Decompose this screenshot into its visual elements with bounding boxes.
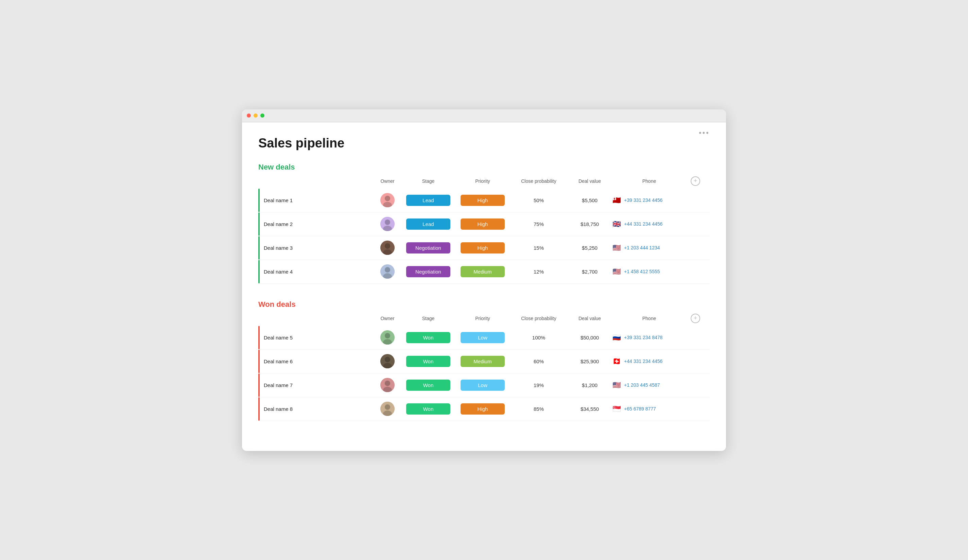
avatar — [380, 354, 394, 368]
deal-name: Deal name 3 — [258, 245, 374, 251]
deal-value-cell: $2,700 — [568, 269, 612, 275]
stage-badge: Won — [406, 332, 450, 343]
close-probability-cell: 19% — [510, 382, 568, 388]
phone-number[interactable]: +1 203 444 1234 — [624, 245, 660, 250]
stage-badge: Won — [406, 356, 450, 367]
col-header-phone: Phone — [612, 178, 686, 184]
close-probability-cell: 85% — [510, 406, 568, 412]
priority-cell: High — [456, 403, 510, 414]
deal-value-cell: $18,750 — [568, 221, 612, 227]
priority-badge: High — [461, 403, 505, 414]
deal-name: Deal name 5 — [258, 335, 374, 340]
col-header-close-prob: Close probability — [510, 178, 568, 184]
priority-badge: Medium — [461, 356, 505, 367]
phone-number[interactable]: +1 203 445 4587 — [624, 382, 660, 388]
phone-number[interactable]: +65 6789 8777 — [624, 406, 656, 411]
won-deals-column-headers: Owner Stage Priority Close probability D… — [258, 314, 710, 326]
priority-cell: High — [456, 195, 510, 206]
stage-badge: Won — [406, 403, 450, 414]
add-new-deal-button[interactable]: + — [691, 176, 700, 186]
table-row[interactable]: Deal name 1 Lead High 50% $5,500 🇹� — [258, 189, 710, 212]
priority-cell: High — [456, 242, 510, 253]
stage-cell: Won — [401, 332, 456, 343]
table-row[interactable]: Deal name 5 Won Low 100% $50,000 🇷� — [258, 326, 710, 350]
deal-value-cell: $5,500 — [568, 197, 612, 203]
stage-cell: Negotiation — [401, 266, 456, 277]
phone-cell[interactable]: 🇹🇴 +39 331 234 4456 — [612, 197, 686, 204]
country-flag: 🇺🇸 — [612, 382, 621, 388]
phone-cell[interactable]: 🇷🇺 +39 331 234 8478 — [612, 334, 686, 341]
add-won-deal-button[interactable]: + — [691, 314, 700, 323]
avatar — [380, 264, 394, 278]
more-options-button[interactable]: ••• — [699, 128, 710, 137]
won-col-header-close-prob: Close probability — [510, 316, 568, 321]
owner-cell — [374, 378, 401, 392]
svg-point-22 — [385, 404, 390, 410]
new-deals-header: New deals — [258, 163, 710, 172]
main-content: Sales pipeline ••• New deals Owner Stage… — [242, 122, 726, 451]
svg-point-10 — [385, 267, 390, 273]
stage-badge: Negotiation — [406, 242, 450, 253]
table-row[interactable]: Deal name 3 Negotiation High 15% $5,250 — [258, 236, 710, 260]
phone-number[interactable]: +1 458 412 5555 — [624, 269, 660, 274]
stage-badge: Won — [406, 379, 450, 391]
phone-number[interactable]: +39 331 234 4456 — [624, 197, 663, 203]
phone-number[interactable]: +44 331 234 4456 — [624, 221, 663, 227]
avatar — [380, 378, 394, 392]
phone-cell[interactable]: 🇺🇸 +1 203 444 1234 — [612, 244, 686, 251]
owner-cell — [374, 240, 401, 255]
stage-cell: Won — [401, 403, 456, 414]
phone-cell[interactable]: 🇬🇧 +44 331 234 4456 — [612, 220, 686, 227]
country-flag: 🇺🇸 — [612, 268, 621, 275]
phone-number[interactable]: +39 331 234 8478 — [624, 335, 663, 340]
country-flag: 🇸🇬 — [612, 405, 621, 412]
table-row[interactable]: Deal name 2 Lead High 75% $18,750 🇬 — [258, 212, 710, 236]
phone-cell[interactable]: 🇺🇸 +1 458 412 5555 — [612, 268, 686, 275]
deal-name: Deal name 8 — [258, 406, 374, 412]
deal-value-cell: $25,900 — [568, 358, 612, 364]
close-probability-cell: 12% — [510, 269, 568, 275]
country-flag: 🇬🇧 — [612, 220, 621, 227]
deal-name: Deal name 7 — [258, 382, 374, 388]
new-deals-table: Deal name 1 Lead High 50% $5,500 🇹� — [258, 189, 710, 284]
deal-name: Deal name 2 — [258, 221, 374, 227]
phone-cell[interactable]: 🇸🇬 +65 6789 8777 — [612, 405, 686, 412]
priority-cell: Low — [456, 379, 510, 391]
priority-cell: High — [456, 219, 510, 230]
minimize-button[interactable] — [254, 113, 258, 118]
new-deals-column-headers: Owner Stage Priority Close probability D… — [258, 176, 710, 189]
close-button[interactable] — [247, 113, 251, 118]
close-probability-cell: 50% — [510, 197, 568, 203]
stage-badge: Lead — [406, 219, 450, 230]
phone-cell[interactable]: 🇨🇭 +44 331 234 4456 — [612, 358, 686, 364]
app-window: Sales pipeline ••• New deals Owner Stage… — [242, 109, 726, 451]
avatar — [380, 193, 394, 207]
table-row[interactable]: Deal name 8 Won High 85% $34,550 🇸� — [258, 397, 710, 421]
won-col-header-deal-value: Deal value — [568, 316, 612, 321]
deal-value-cell: $5,250 — [568, 245, 612, 251]
svg-point-7 — [385, 243, 390, 249]
won-col-header-stage: Stage — [401, 316, 456, 321]
table-row[interactable]: Deal name 7 Won Low 19% $1,200 🇺🇸 — [258, 373, 710, 397]
deal-value-cell: $50,000 — [568, 335, 612, 340]
phone-number[interactable]: +44 331 234 4456 — [624, 358, 663, 364]
won-deals-table: Deal name 5 Won Low 100% $50,000 🇷� — [258, 326, 710, 421]
owner-cell — [374, 354, 401, 368]
col-header-deal-value: Deal value — [568, 178, 612, 184]
owner-cell — [374, 193, 401, 207]
table-row[interactable]: Deal name 6 Won Medium 60% $25,900 � — [258, 350, 710, 373]
phone-cell[interactable]: 🇺🇸 +1 203 445 4587 — [612, 382, 686, 388]
maximize-button[interactable] — [260, 113, 264, 118]
priority-cell: Medium — [456, 266, 510, 277]
country-flag: 🇷🇺 — [612, 334, 621, 341]
owner-cell — [374, 217, 401, 231]
deal-value-cell: $1,200 — [568, 382, 612, 388]
won-col-header-add: + — [686, 314, 700, 323]
country-flag: 🇹🇴 — [612, 197, 621, 204]
close-probability-cell: 100% — [510, 335, 568, 340]
avatar — [380, 217, 394, 231]
won-col-header-phone: Phone — [612, 316, 686, 321]
stage-cell: Lead — [401, 219, 456, 230]
priority-badge: High — [461, 195, 505, 206]
table-row[interactable]: Deal name 4 Negotiation Medium 12% $2,70… — [258, 260, 710, 284]
